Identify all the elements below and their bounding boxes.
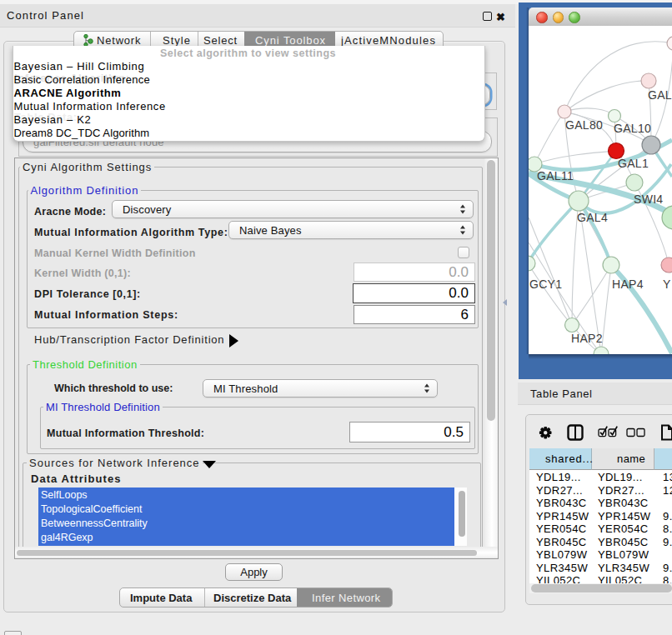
svg-text:HAP2: HAP2 [571,332,603,345]
svg-text:GAL10: GAL10 [614,122,651,135]
svg-text:GAL11: GAL11 [537,169,574,182]
svg-text:SWI4: SWI4 [634,192,663,206]
svg-text:Y: Y [663,278,671,291]
svg-text:GCY1: GCY1 [529,278,562,291]
svg-text:GAL80: GAL80 [565,118,603,132]
svg-text:HAP4: HAP4 [612,278,644,291]
svg-text:GAL2: GAL2 [648,88,672,102]
svg-text:GAL1: GAL1 [618,157,649,170]
svg-text:GAL4: GAL4 [577,211,608,224]
